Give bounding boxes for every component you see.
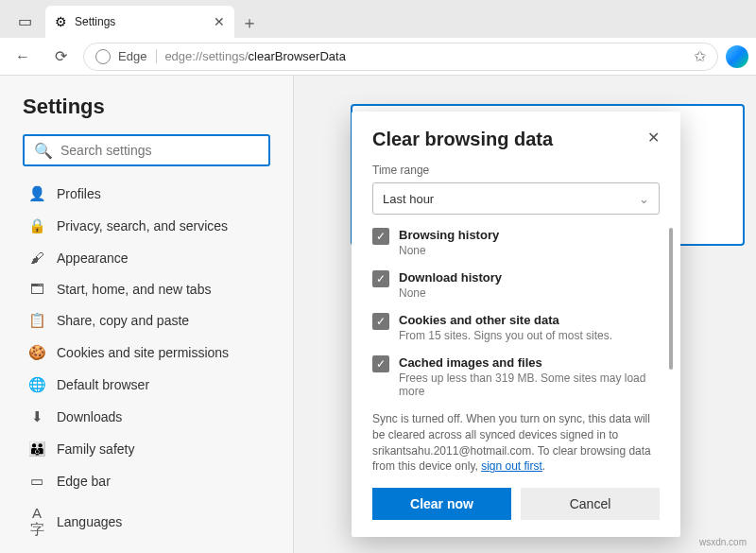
option-title: Cookies and other site data bbox=[399, 313, 612, 327]
edge-logo-icon bbox=[95, 49, 111, 64]
search-settings-box[interactable]: 🔍 bbox=[23, 134, 270, 166]
sign-out-link[interactable]: sign out first bbox=[481, 459, 542, 473]
back-button[interactable]: ← bbox=[8, 42, 38, 72]
browser-tab[interactable]: ⚙ Settings ✕ bbox=[45, 6, 234, 38]
checkbox[interactable]: ✓ bbox=[372, 228, 389, 245]
sidebar-item-4[interactable]: 📋Share, copy and paste bbox=[23, 304, 270, 337]
tab-title: Settings bbox=[75, 15, 206, 28]
sidebar-item-label: Share, copy and paste bbox=[57, 313, 189, 328]
option-subtitle: From 15 sites. Signs you out of most sit… bbox=[399, 329, 612, 342]
data-type-row: ✓Browsing historyNone bbox=[372, 228, 660, 257]
sidebar-item-11[interactable]: 🖨Printers bbox=[23, 546, 270, 553]
checkbox[interactable]: ✓ bbox=[372, 355, 389, 372]
sidebar-item-icon: ▭ bbox=[28, 473, 45, 490]
settings-main: Clear browsing data ✕ Time range Last ho… bbox=[293, 76, 756, 553]
sidebar-item-icon: A字 bbox=[28, 505, 45, 539]
sidebar-item-9[interactable]: ▭Edge bar bbox=[23, 465, 270, 497]
settings-sidebar: Settings 🔍 👤Profiles🔒Privacy, search, an… bbox=[0, 76, 293, 553]
sidebar-item-label: Family safety bbox=[57, 441, 134, 457]
sidebar-item-label: Appearance bbox=[57, 251, 129, 266]
sidebar-item-icon: 🖌 bbox=[28, 250, 45, 266]
sidebar-item-label: Cookies and site permissions bbox=[57, 345, 229, 360]
sidebar-item-icon: 🌐 bbox=[28, 376, 45, 393]
checkbox[interactable]: ✓ bbox=[372, 313, 389, 330]
sidebar-item-label: Languages bbox=[57, 514, 122, 529]
content-area: Settings 🔍 👤Profiles🔒Privacy, search, an… bbox=[0, 76, 756, 553]
option-subtitle: None bbox=[399, 286, 502, 300]
gear-icon: ⚙ bbox=[55, 14, 67, 29]
dialog-layer: Clear browsing data ✕ Time range Last ho… bbox=[294, 76, 756, 553]
sidebar-item-6[interactable]: 🌐Default browser bbox=[23, 369, 270, 401]
edge-label: Edge bbox=[118, 49, 157, 63]
option-subtitle: None bbox=[399, 244, 499, 257]
sidebar-item-icon: 🍪 bbox=[28, 344, 45, 361]
sidebar-item-2[interactable]: 🖌Appearance bbox=[23, 242, 270, 273]
data-type-list: ✓Browsing historyNone✓Download historyNo… bbox=[372, 228, 660, 398]
cancel-button[interactable]: Cancel bbox=[521, 488, 660, 520]
search-icon: 🔍 bbox=[34, 142, 53, 160]
address-bar[interactable]: Edge edge://settings/clearBrowserData ✩ bbox=[83, 43, 718, 71]
chevron-down-icon: ⌄ bbox=[639, 192, 649, 206]
option-title: Cached images and files bbox=[399, 355, 660, 370]
sidebar-item-label: Default browser bbox=[57, 377, 149, 392]
url-text: edge://settings/clearBrowserData bbox=[164, 49, 346, 63]
sync-note: Sync is turned off. When you turn on syn… bbox=[372, 411, 660, 475]
sidebar-item-icon: 🔒 bbox=[28, 217, 45, 234]
search-input[interactable] bbox=[60, 143, 259, 158]
sidebar-item-icon: ⬇ bbox=[28, 408, 45, 425]
option-title: Browsing history bbox=[399, 228, 499, 242]
data-type-row: ✓Download historyNone bbox=[372, 270, 660, 300]
watermark: wsxdn.com bbox=[699, 537, 747, 547]
sidebar-item-8[interactable]: 👪Family safety bbox=[23, 433, 270, 465]
sidebar-item-icon: 👪 bbox=[28, 441, 45, 458]
data-type-row: ✓Cached images and filesFrees up less th… bbox=[372, 355, 660, 398]
sidebar-item-label: Privacy, search, and services bbox=[57, 218, 228, 233]
sidebar-item-5[interactable]: 🍪Cookies and site permissions bbox=[23, 337, 270, 369]
checkbox[interactable]: ✓ bbox=[372, 270, 389, 287]
settings-nav: 👤Profiles🔒Privacy, search, and services🖌… bbox=[23, 178, 270, 553]
time-range-select[interactable]: Last hour ⌄ bbox=[372, 182, 660, 215]
sidebar-item-1[interactable]: 🔒Privacy, search, and services bbox=[23, 210, 270, 242]
sidebar-item-label: Start, home, and new tabs bbox=[57, 282, 211, 297]
sidebar-item-icon: 🗔 bbox=[28, 281, 45, 297]
sidebar-item-label: Profiles bbox=[57, 186, 101, 201]
page-title: Settings bbox=[23, 95, 270, 119]
sidebar-item-label: Downloads bbox=[57, 409, 122, 424]
clear-now-button[interactable]: Clear now bbox=[372, 488, 511, 520]
data-type-row: ✓Cookies and other site dataFrom 15 site… bbox=[372, 313, 660, 342]
sidebar-item-7[interactable]: ⬇Downloads bbox=[23, 401, 270, 433]
time-range-label: Time range bbox=[372, 164, 660, 177]
sidebar-item-3[interactable]: 🗔Start, home, and new tabs bbox=[23, 273, 270, 304]
tab-actions-icon[interactable]: ▭ bbox=[8, 4, 42, 38]
sidebar-item-10[interactable]: A字Languages bbox=[23, 497, 270, 546]
option-subtitle: Frees up less than 319 MB. Some sites ma… bbox=[399, 372, 660, 398]
time-range-value: Last hour bbox=[383, 192, 434, 206]
sidebar-item-icon: 📋 bbox=[28, 312, 45, 329]
favorite-icon[interactable]: ✩ bbox=[694, 47, 706, 65]
clear-browsing-data-dialog: Clear browsing data ✕ Time range Last ho… bbox=[352, 112, 680, 537]
close-tab-icon[interactable]: ✕ bbox=[214, 14, 225, 29]
browser-toolbar: ← ⟳ Edge edge://settings/clearBrowserDat… bbox=[0, 38, 756, 76]
sidebar-item-label: Edge bar bbox=[57, 474, 111, 489]
profile-avatar[interactable] bbox=[726, 45, 748, 68]
refresh-button[interactable]: ⟳ bbox=[45, 42, 76, 72]
sidebar-item-0[interactable]: 👤Profiles bbox=[23, 178, 270, 210]
dialog-title: Clear browsing data bbox=[372, 129, 553, 150]
sidebar-item-icon: 👤 bbox=[28, 185, 45, 202]
option-title: Download history bbox=[399, 270, 502, 285]
title-bar: ▭ ⚙ Settings ✕ ＋ bbox=[0, 0, 756, 38]
close-dialog-icon[interactable]: ✕ bbox=[647, 129, 660, 147]
new-tab-button[interactable]: ＋ bbox=[234, 8, 265, 38]
scrollbar-thumb[interactable] bbox=[669, 228, 673, 370]
